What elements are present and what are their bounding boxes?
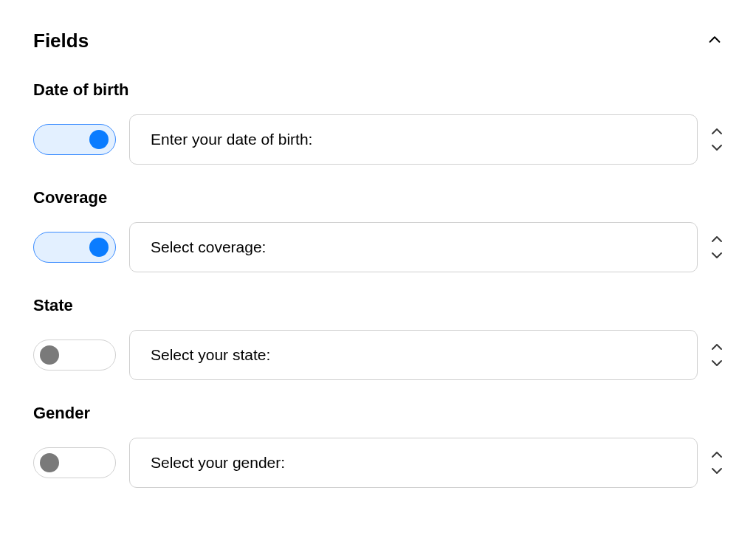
field-gender: Gender [33, 404, 723, 488]
section-title: Fields [33, 30, 89, 52]
move-up-button[interactable] [711, 340, 723, 354]
move-up-button[interactable] [711, 125, 723, 138]
input-date-of-birth[interactable] [129, 114, 698, 165]
chevron-up-icon [707, 38, 723, 50]
field-row [33, 114, 723, 165]
move-down-button[interactable] [711, 464, 723, 478]
input-state[interactable] [129, 330, 698, 380]
fields-section-header: Fields [33, 30, 723, 52]
field-date-of-birth: Date of birth [33, 80, 723, 165]
reorder-control [711, 448, 723, 478]
move-up-button[interactable] [711, 232, 723, 246]
toggle-knob [40, 453, 59, 472]
field-row [33, 330, 723, 380]
field-state: State [33, 296, 723, 380]
reorder-control [711, 232, 723, 262]
toggle-knob [89, 130, 109, 149]
input-coverage[interactable] [129, 222, 698, 272]
toggle-state[interactable] [33, 340, 116, 371]
toggle-knob [89, 238, 109, 257]
field-label: Coverage [33, 188, 723, 207]
field-coverage: Coverage [33, 188, 723, 272]
move-down-button[interactable] [711, 356, 723, 370]
field-label: State [33, 296, 723, 315]
toggle-date-of-birth[interactable] [33, 124, 116, 155]
collapse-section-button[interactable] [707, 32, 723, 51]
field-row [33, 438, 723, 488]
reorder-control [711, 125, 723, 154]
field-label: Date of birth [33, 80, 723, 100]
move-down-button[interactable] [711, 141, 723, 154]
toggle-coverage[interactable] [33, 232, 116, 263]
reorder-control [711, 340, 723, 370]
field-label: Gender [33, 404, 723, 423]
move-up-button[interactable] [711, 448, 723, 461]
toggle-gender[interactable] [33, 447, 116, 478]
field-row [33, 222, 723, 272]
move-down-button[interactable] [711, 249, 723, 262]
input-gender[interactable] [129, 438, 698, 488]
toggle-knob [40, 345, 59, 365]
